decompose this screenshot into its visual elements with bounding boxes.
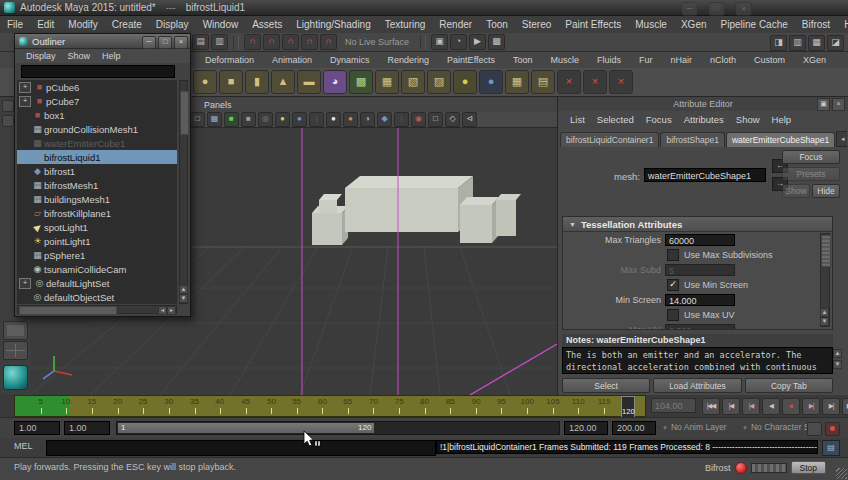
shelf-tab[interactable]: Animation (263, 55, 321, 65)
menu-item[interactable]: Selected (591, 114, 640, 125)
menu-item[interactable]: Stereo (515, 19, 558, 30)
scroll-up-button[interactable]: ▲ (820, 308, 829, 317)
attribute-tab[interactable]: bifrostLiquidContainer1 (560, 132, 659, 147)
focus-button[interactable]: Focus (782, 150, 840, 164)
expand-toggle[interactable] (19, 111, 29, 120)
playback-button[interactable]: ◀ (762, 398, 780, 415)
expand-toggle[interactable] (19, 139, 29, 148)
menu-item[interactable]: Toon (479, 19, 515, 30)
set-key-icon[interactable] (807, 422, 822, 436)
expand-toggle[interactable] (19, 181, 29, 190)
playback-button[interactable]: |◀◀ (702, 398, 720, 415)
menu-item[interactable]: Help (766, 114, 798, 125)
outliner-vertical-scrollbar[interactable]: ▲ ▼ (179, 80, 188, 304)
viewport-toolbar-icon[interactable]: ● (275, 112, 290, 127)
viewport-toolbar-icon[interactable]: ■ (224, 112, 239, 127)
scroll-down-button[interactable]: ▼ (820, 317, 829, 326)
shelf-tab[interactable]: nHair (662, 55, 702, 65)
scrollbar-thumb[interactable] (19, 306, 117, 315)
expand-toggle[interactable] (19, 209, 29, 218)
playback-button[interactable]: ▶| (822, 398, 840, 415)
window-control-button[interactable]: ─ (142, 36, 156, 49)
menu-item[interactable]: Texturing (378, 19, 433, 30)
animation-start-field[interactable]: 1.00 (14, 421, 60, 435)
outliner-item[interactable]: bifrostLiquid1 (17, 150, 177, 164)
playback-end-field[interactable]: 120.00 (564, 421, 608, 435)
menu-item[interactable]: Focus (640, 114, 678, 125)
animation-end-field[interactable]: 200.00 (612, 421, 656, 435)
expand-toggle[interactable] (19, 167, 29, 176)
resize-grip[interactable] (836, 468, 847, 479)
viewport-toolbar-icon[interactable]: □ (190, 112, 205, 127)
scroll-down-button[interactable]: ▼ (833, 360, 842, 369)
tab-scroll-arrow[interactable]: ◂ (836, 131, 847, 147)
expand-toggle[interactable] (19, 251, 29, 260)
footer-button[interactable]: Load Attributes (653, 378, 741, 393)
scroll-down-button[interactable]: ▼ (179, 294, 188, 303)
menu-item[interactable]: Display (149, 19, 196, 30)
playback-button[interactable]: |◀ (722, 398, 740, 415)
viewport-toolbar-icon[interactable]: ◇ (445, 112, 460, 127)
viewport-toolbar-icon[interactable]: ■ (241, 112, 256, 127)
menu-item[interactable]: Create (105, 19, 149, 30)
snap-magnet-icon[interactable]: ∩ (263, 34, 280, 50)
time-slider[interactable]: 5 10 15 20 25 (14, 395, 646, 417)
render-icon[interactable]: ◔ (450, 34, 467, 50)
viewport-toolbar-icon[interactable]: ◆ (377, 112, 392, 127)
window-control-button[interactable]: ─ (681, 2, 698, 16)
scrollbar-thumb[interactable] (821, 235, 831, 267)
shelf-tab[interactable]: Deformation (196, 55, 263, 65)
min-screen-field[interactable]: 14.000 (665, 294, 735, 306)
playback-button[interactable]: ▶▶| (842, 398, 848, 415)
outliner-filter-field[interactable] (21, 65, 175, 78)
live-surface-label[interactable]: No Live Surface (345, 37, 409, 47)
select-tool-icon[interactable] (2, 100, 14, 112)
outliner-item[interactable]: pointLight1 (17, 234, 177, 248)
panel-toggle-icon[interactable]: ◪ (827, 35, 844, 51)
menu-item[interactable]: Show (730, 114, 766, 125)
viewport-toolbar-icon[interactable]: ● (343, 112, 358, 127)
viewport-toolbar-icon[interactable]: | (309, 112, 324, 127)
shelf-tab[interactable]: Custom (745, 55, 794, 65)
outliner-item[interactable]: + defaultLightSet (17, 276, 177, 290)
menu-item[interactable]: Show (63, 51, 96, 61)
panel-toggle-icon[interactable]: ▥ (789, 35, 806, 51)
playback-button[interactable]: |◀ (742, 398, 760, 415)
current-frame-marker[interactable]: 120 (621, 396, 635, 418)
outliner-horizontal-scrollbar[interactable]: ◂ ▸ (17, 305, 177, 314)
render-icon[interactable]: ▩ (488, 34, 505, 50)
mel-label[interactable]: MEL (14, 441, 33, 451)
shelf-tool-icon[interactable]: × (583, 70, 607, 94)
outliner-item[interactable]: + pCube7 (17, 94, 177, 108)
outliner-item[interactable]: waterEmitterCube1 (17, 136, 177, 150)
panel-toggle-icon[interactable]: ◨ (770, 35, 787, 51)
snap-magnet-icon[interactable]: ∩ (320, 34, 337, 50)
attribute-tab[interactable]: waterEmitterCubeShape1 (726, 132, 835, 147)
use-max-subdivisions-checkbox[interactable] (667, 249, 679, 261)
window-control-button[interactable]: × (174, 36, 188, 49)
panels-menu[interactable]: Panels (197, 100, 239, 110)
viewport-toolbar-icon[interactable]: ● (326, 112, 341, 127)
shelf-tab[interactable]: Toon (504, 55, 542, 65)
outliner-item[interactable]: defaultObjectSet (17, 290, 177, 304)
playback-button[interactable]: ■ (782, 398, 800, 415)
shelf-tab[interactable]: Fluids (588, 55, 630, 65)
command-line-input[interactable] (46, 440, 436, 456)
outliner-item[interactable]: box1 (17, 108, 177, 122)
attribute-tab[interactable]: bifrostShape1 (660, 132, 724, 147)
script-editor-icon[interactable]: ▤ (822, 440, 840, 456)
menu-item[interactable]: List (564, 114, 591, 125)
layout-four-pane-button[interactable] (3, 341, 28, 360)
use-max-uv-checkbox[interactable] (667, 309, 679, 321)
expand-toggle[interactable] (19, 237, 29, 246)
hide-button[interactable]: Hide (812, 184, 840, 198)
menu-item[interactable]: Bifrost (795, 19, 837, 30)
menu-item[interactable]: Lighting/Shading (289, 19, 378, 30)
notes-textarea[interactable]: The is both an emitter and an accelerato… (562, 347, 833, 374)
outliner-item[interactable]: bifrost1 (17, 164, 177, 178)
shelf-tool-icon[interactable]: ▨ (427, 70, 451, 94)
outliner-item[interactable]: + pCube6 (17, 80, 177, 94)
expand-toggle[interactable] (19, 223, 29, 232)
scroll-up-button[interactable]: ▲ (179, 285, 188, 294)
playback-button[interactable]: ▶| (802, 398, 820, 415)
